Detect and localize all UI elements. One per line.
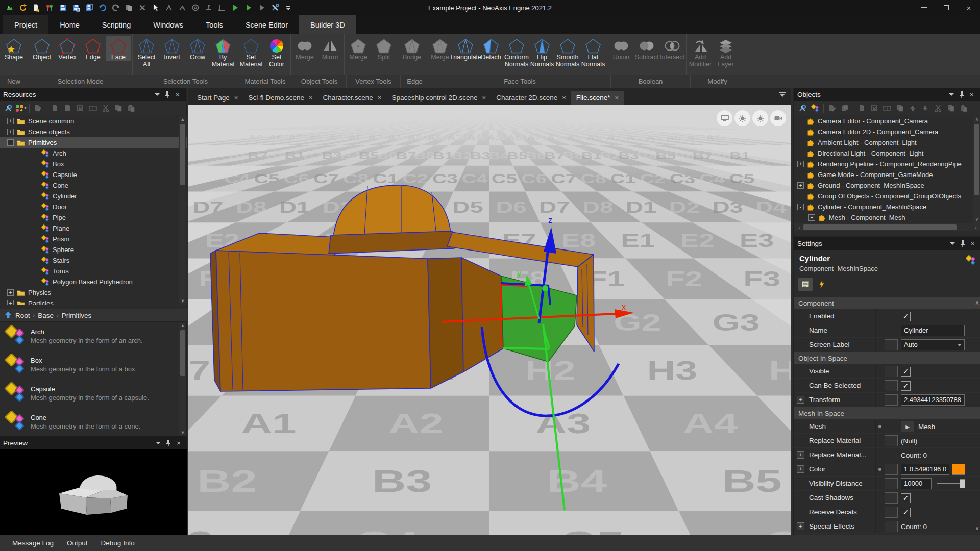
save-icon[interactable]: [57, 2, 68, 13]
ribbon-button-by-material[interactable]: By Material: [210, 36, 236, 68]
text-field-transform[interactable]: 2.49344123350788 1: [901, 394, 965, 406]
minimize-button[interactable]: [913, 0, 935, 15]
bottom-tab-message-log[interactable]: Message Log: [12, 539, 54, 547]
property-expander-icon[interactable]: +: [797, 451, 804, 459]
resources-tree-item-prism[interactable]: Prism: [0, 234, 187, 244]
objects-tree-hscrollbar[interactable]: ‹›: [794, 223, 980, 231]
resources-tree-item-door[interactable]: Door: [0, 202, 187, 212]
default-value-box[interactable]: [885, 507, 898, 518]
document-tab-spaceship-control-2d-scene[interactable]: Spaceship control 2D.scene×: [386, 91, 491, 105]
tab-close-icon[interactable]: ×: [309, 94, 313, 102]
tree-expander-icon[interactable]: +: [7, 129, 14, 135]
tree-expander-icon[interactable]: +: [808, 214, 815, 221]
snap-axis-icon[interactable]: [216, 2, 228, 13]
snap-ring-icon[interactable]: [190, 2, 201, 13]
ribbon-button-flip-normals[interactable]: Flip Normals: [529, 36, 555, 68]
panel-dropdown-icon[interactable]: [947, 239, 958, 248]
tab-overflow-icon[interactable]: [779, 92, 786, 97]
preview-viewport[interactable]: [0, 449, 187, 535]
menu-tab-scripting[interactable]: Scripting: [91, 15, 142, 34]
viewport-camera-button[interactable]: [770, 110, 786, 126]
default-value-box[interactable]: [885, 394, 898, 406]
breadcrumb-item-base[interactable]: Base: [38, 312, 54, 319]
snap-edge-icon[interactable]: [177, 2, 188, 13]
sync-icon[interactable]: [17, 2, 29, 13]
ribbon-button-smooth-normals[interactable]: Smooth Normals: [555, 36, 580, 68]
tree-expander-icon[interactable]: -: [7, 139, 14, 146]
document-tab-start-page[interactable]: Start Page×: [192, 91, 243, 105]
twin-markers-icon[interactable]: [44, 2, 55, 13]
property-expander-icon[interactable]: +: [797, 465, 804, 473]
maximize-button[interactable]: [935, 0, 958, 15]
tab-close-icon[interactable]: ×: [482, 94, 486, 102]
play-scene-icon[interactable]: [243, 2, 254, 13]
member-item-box[interactable]: Box Mesh geometry in the form of a box.: [0, 350, 187, 379]
scroll-down-icon[interactable]: ∨: [975, 524, 979, 532]
menu-tab-home[interactable]: Home: [48, 15, 91, 34]
dropdown-screen-label[interactable]: Auto: [901, 339, 965, 350]
ribbon-button-set-material[interactable]: Set Material: [238, 36, 264, 68]
save-all-icon[interactable]: [84, 2, 95, 13]
property-expander-icon[interactable]: +: [797, 522, 804, 530]
resources-tree-item-scene-objects[interactable]: + Scene objects: [0, 127, 187, 137]
value-field-visibility-distance[interactable]: 10000: [901, 478, 932, 489]
resources-tree-item-sphere[interactable]: Sphere: [0, 244, 187, 255]
panel-close-icon[interactable]: ×: [967, 90, 977, 99]
duplicate-icon[interactable]: [124, 2, 135, 13]
play-icon[interactable]: [230, 2, 241, 13]
objects-tree-item[interactable]: Game Mode - Component_GameMode: [794, 169, 980, 180]
menu-tab-scene-editor[interactable]: Scene Editor: [234, 15, 299, 34]
objects-tree-item[interactable]: Camera Editor 2D - Component_Camera: [794, 127, 980, 137]
panel-close-icon[interactable]: ×: [968, 239, 978, 248]
viewport-display-mode-button[interactable]: [717, 110, 732, 126]
viewport-brightness-button[interactable]: [752, 110, 768, 126]
document-tab-file-scene-[interactable]: File.scene*×: [571, 91, 624, 105]
menu-tab-builder-3d[interactable]: Builder 3D: [299, 15, 356, 34]
breadcrumb-item-root[interactable]: Root: [15, 312, 30, 319]
close-button[interactable]: ×: [958, 0, 980, 15]
settings-tab-properties[interactable]: [798, 278, 813, 291]
menu-tab-project[interactable]: Project: [3, 15, 48, 34]
tab-close-icon[interactable]: ×: [562, 94, 566, 102]
text-field-name[interactable]: Cylinder: [901, 325, 965, 336]
panel-pin-icon[interactable]: [162, 90, 173, 99]
default-value-box[interactable]: [885, 366, 898, 377]
default-value-box[interactable]: [885, 380, 898, 391]
ribbon-button-shape[interactable]: Shape: [1, 36, 27, 61]
value-slider[interactable]: [937, 483, 963, 484]
members-scrollbar[interactable]: ▲▼: [179, 322, 186, 436]
panel-dropdown-icon[interactable]: [946, 90, 957, 99]
cursor-icon[interactable]: [150, 2, 161, 13]
resources-tree-item-arch[interactable]: Arch: [0, 148, 187, 159]
snap-mid-icon[interactable]: [203, 2, 214, 13]
checkbox-can-be-selected[interactable]: ✓: [901, 381, 911, 391]
resources-tree-item-torus[interactable]: Torus: [0, 266, 187, 277]
panel-pin-icon[interactable]: [957, 90, 967, 99]
breadcrumb-item-primitives[interactable]: Primitives: [62, 312, 92, 319]
viewport-brightness-high-button[interactable]: [734, 110, 750, 126]
ribbon-button-select-all[interactable]: Select All: [134, 36, 159, 68]
objects-tree-item[interactable]: - Cylinder - Component_MeshInSpace: [794, 202, 980, 212]
delete-icon[interactable]: [137, 2, 148, 13]
resources-tree-item-cone[interactable]: Cone: [0, 180, 187, 191]
tree-expander-icon[interactable]: +: [797, 182, 804, 189]
objects-tree-scrollbar[interactable]: ∧∨: [973, 116, 980, 223]
objects-tree-item[interactable]: Directional Light - Component_Light: [794, 148, 980, 159]
ribbon-button-invert[interactable]: Invert: [159, 36, 185, 61]
member-item-arch[interactable]: Arch Mesh geometry in the form of an arc…: [0, 322, 187, 350]
ribbon-button-detach[interactable]: Detach: [478, 36, 504, 61]
default-value-box[interactable]: [885, 521, 898, 532]
snap-vertex-icon[interactable]: [163, 2, 175, 13]
resources-tree-item-capsule[interactable]: Capsule: [0, 169, 187, 180]
tree-expander-icon[interactable]: +: [7, 300, 14, 305]
objects-tree-item[interactable]: Camera Editor - Component_Camera: [794, 116, 980, 127]
objects-tree-item[interactable]: Ambient Light - Component_Light: [794, 137, 980, 148]
resources-display-options-icon[interactable]: ▾: [15, 103, 27, 114]
undo-icon[interactable]: [97, 2, 108, 13]
resources-tree-scrollbar[interactable]: ▲▼: [179, 116, 186, 305]
save-as-icon[interactable]: [70, 2, 82, 13]
tab-close-icon[interactable]: ×: [378, 94, 382, 102]
qat-overflow-icon[interactable]: [283, 2, 294, 13]
property-expander-icon[interactable]: +: [797, 396, 804, 404]
objects-mesh-icon[interactable]: [810, 103, 821, 114]
